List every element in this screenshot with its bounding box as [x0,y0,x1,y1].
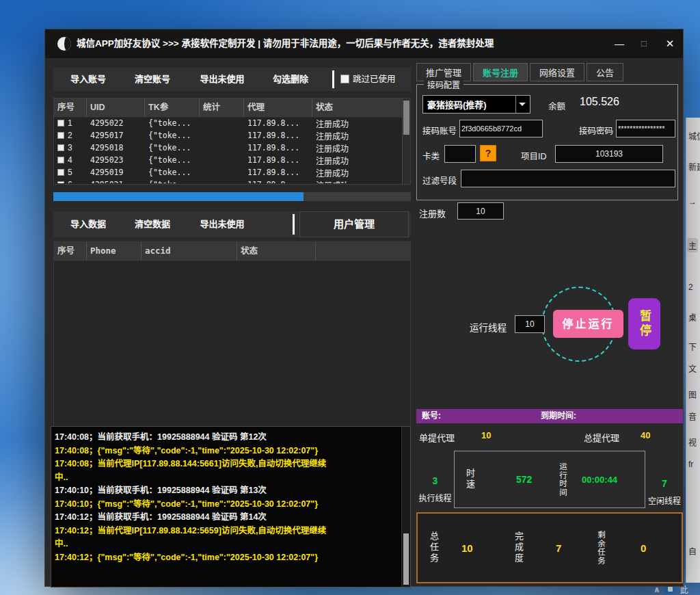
account-row[interactable]: 24295017{"toke...117.89.8...注册成功 [54,129,403,142]
card-type-input[interactable] [444,145,476,163]
background-window-item[interactable]: 2 [688,282,693,292]
row-proxy-cell: 117.89.8... [244,143,312,153]
row-checkbox[interactable] [57,157,64,163]
users-table-body [54,261,410,427]
row-uid-cell: 4295022 [87,118,145,128]
account-row[interactable]: 64295021{"toke117.89.8注册成功 [54,178,403,183]
accounts-hscrollbar[interactable] [53,192,411,201]
tab-network[interactable]: 网络设置 [530,63,584,81]
row-index-cell: 2 [54,131,87,140]
log-output[interactable]: 17:40:08；当前获取手机：19925888944 验证码 第12次17:4… [51,426,411,587]
app-logo-icon [57,37,71,51]
maximize-button[interactable]: □ [632,29,656,58]
project-id-input[interactable] [555,145,663,163]
row-status-cell: 注册成功 [312,167,403,178]
user-manage-button[interactable]: 用户管理 [299,211,409,237]
column-header-stat[interactable]: 统计 [200,98,244,117]
row-proxy-cell: 117.89.8... [244,168,312,177]
filter-segment-input[interactable] [461,170,675,187]
column-header-proxy[interactable]: 代理 [244,98,312,117]
close-button[interactable]: ✕ [658,29,682,58]
column-header-tk[interactable]: TK参 [145,98,200,117]
background-window-item[interactable]: 文 [688,362,697,374]
row-tk-cell: {"toke... [145,155,200,165]
column-header-accid[interactable]: accid [142,242,237,261]
stop-run-button[interactable]: 停止运行 [553,310,623,338]
sms-provider-select[interactable]: 豪猪接码(推荐) [422,95,530,114]
chevron-down-icon[interactable] [515,96,530,113]
minimize-button[interactable]: — [607,29,632,58]
log-line: 中.. [55,471,399,485]
skip-used-checkbox[interactable] [340,75,349,83]
account-row[interactable]: 14295022{"toke...117.89.8...注册成功 [54,117,403,129]
log-line: 17:40:10；{"msg":"等待","code":-1,"time":"2… [55,498,399,512]
import-data-button[interactable]: 导入数据 [57,211,119,237]
row-checkbox[interactable] [57,120,64,127]
scrollbar-thumb[interactable] [53,192,304,201]
balance-value: 105.526 [580,96,619,108]
accounts-table-scrollbar[interactable] [402,98,410,184]
column-header-uid[interactable]: UID [87,98,145,117]
tab-announcement[interactable]: 公告 [587,63,623,81]
speed-label: 时速 [463,468,476,490]
scrollbar-thumb[interactable] [403,533,409,585]
register-count-label: 注册数 [419,207,446,220]
sms-account-label: 接码账号 [422,124,457,137]
background-window-item[interactable]: 下 [688,341,697,352]
scrollbar-thumb[interactable] [403,101,409,135]
row-status-cell: 注册成功 [312,179,403,184]
account-row[interactable]: 44295023{"toke...117.89.8...注册成功 [54,154,403,166]
done-task-value: 7 [556,542,561,554]
column-header-status[interactable]: 状态 [312,98,410,117]
column-header-no[interactable]: 序号 [54,242,87,261]
row-uid-cell: 4295018 [87,143,145,153]
background-window-item[interactable]: 视 [688,436,697,448]
single-proxy-value: 10 [481,430,491,440]
row-index-cell: 6 [54,180,87,183]
total-proxy-value: 40 [641,430,650,440]
background-window-item[interactable]: → [688,197,697,207]
column-header-no[interactable]: 序号 [54,98,87,117]
account-row[interactable]: 34295018{"toke...117.89.8...注册成功 [54,142,403,154]
help-button[interactable]: ? [480,145,496,161]
account-row[interactable]: 54295019{"toke...117.89.8...注册成功 [54,166,403,178]
total-task-label: 总任务 [427,531,440,564]
export-unused-accounts-button[interactable]: 导出未使用 [187,68,257,91]
export-unused-data-button[interactable]: 导出未使用 [187,211,257,237]
background-window-item[interactable]: fr [688,460,693,469]
project-id-label: 项目ID [521,149,547,162]
pause-button[interactable]: 暂停 [628,298,660,349]
column-header-status[interactable]: 状态 [237,242,316,261]
row-status-cell: 注册成功 [312,155,403,166]
row-checkbox[interactable] [57,169,64,176]
row-checkbox[interactable] [57,132,64,139]
row-checkbox[interactable] [57,144,64,151]
background-window-item[interactable]: 自 [688,545,697,557]
background-window-item[interactable]: 主 [687,238,698,252]
log-scrollbar[interactable] [401,427,410,587]
background-window-item[interactable]: 图 [688,388,697,400]
clear-data-button[interactable]: 清空数据 [122,211,183,237]
background-window-item[interactable]: 音 [688,410,697,422]
sms-password-input[interactable] [616,120,675,137]
import-accounts-button[interactable]: 导入账号 [57,68,119,91]
delete-checked-button[interactable]: 勾选删除 [258,68,323,91]
sms-account-input[interactable] [459,120,543,137]
background-window-item[interactable]: 新建 [688,161,700,172]
register-count-input[interactable] [457,202,504,220]
clear-accounts-button[interactable]: 清空账号 [122,68,183,91]
log-line: 17:40:08；当前获取手机：19925888944 验证码 第12次 [55,431,399,445]
run-threads-input[interactable] [515,315,545,333]
background-window-item[interactable]: 城信 [688,130,700,142]
background-window-item[interactable]: 桌 [688,311,697,323]
row-tk-cell: {"toke... [145,131,200,140]
column-header-phone[interactable]: Phone [87,242,142,261]
row-checkbox[interactable] [57,181,64,183]
idle-threads-value: 7 [645,478,684,489]
tab-register[interactable]: 账号注册 [473,63,528,81]
done-task-label: 完成度 [512,531,525,564]
single-proxy-label: 单提代理 [419,431,455,444]
row-tk-cell: {"toke... [145,143,200,153]
sms-provider-value: 豪猪接码(推荐) [423,98,515,111]
row-index-cell: 3 [54,143,87,153]
